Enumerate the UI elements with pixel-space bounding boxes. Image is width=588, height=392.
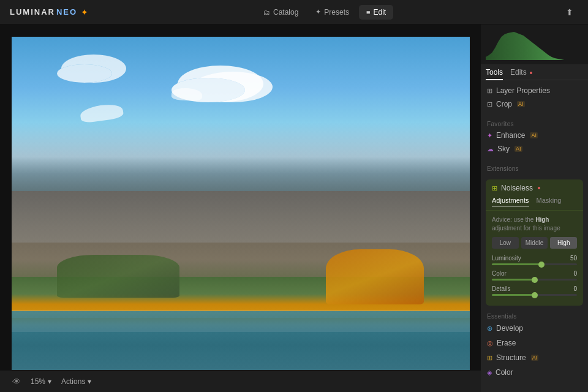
erase-item[interactable]: ◎ Erase [487, 336, 582, 350]
enhance-item[interactable]: ✦ Enhance AI [487, 129, 582, 142]
green-trees [57, 255, 179, 298]
color-slider[interactable] [492, 279, 577, 281]
layer-properties-section: ⊞ Layer Properties ⊡ Crop AI [481, 80, 588, 115]
histogram [481, 24, 588, 64]
luminosity-fill [492, 263, 541, 265]
histogram-bars [486, 29, 583, 60]
snow-cap-1 [79, 102, 124, 123]
level-high-button[interactable]: High [550, 237, 577, 249]
right-panel: Tools Edits ⊞ Layer Properties ⊡ Crop AI… [481, 24, 588, 392]
noiseless-card: ⊞ Noiseless Adjustments Masking Advice: … [486, 179, 583, 306]
details-thumb[interactable] [532, 292, 538, 298]
crop-icon: ⊡ [487, 100, 492, 108]
layer-properties-icon: ⊞ [487, 87, 492, 95]
color-item[interactable]: ◈ Color [487, 365, 582, 380]
logo-star-icon: ✦ [81, 7, 88, 17]
noiseless-body: Advice: use the High adjustment for this… [486, 211, 583, 306]
luminosity-slider[interactable] [492, 263, 577, 265]
level-middle-button[interactable]: Middle [521, 237, 548, 249]
sky-icon: ☁ [487, 145, 494, 153]
crop-item[interactable]: ⊡ Crop AI [487, 97, 582, 111]
logo-text: LUMINARNEO [10, 7, 77, 17]
develop-icon: ⊛ [487, 325, 492, 333]
svg-marker-0 [486, 32, 583, 60]
bottom-bar: 👁 15% ▾ Actions ▾ [0, 370, 481, 392]
sky-ai-badge: AI [514, 146, 522, 152]
eye-icon[interactable]: 👁 [12, 377, 21, 386]
details-slider[interactable] [492, 294, 577, 296]
noiseless-tab-adjustments[interactable]: Adjustments [492, 197, 529, 206]
tab-catalog[interactable]: 🗂 Catalog [256, 5, 306, 20]
color-icon: ◈ [487, 369, 492, 377]
details-slider-row: Details 0 [492, 285, 577, 296]
edits-dot [530, 72, 532, 74]
tab-presets[interactable]: ✦ Presets [308, 5, 356, 20]
level-low-button[interactable]: Low [492, 237, 519, 249]
color-fill [492, 279, 535, 281]
catalog-icon: 🗂 [263, 9, 270, 16]
panel-tabs: Tools Edits [481, 64, 588, 80]
top-nav: LUMINARNEO ✦ 🗂 Catalog ✦ Presets ≡ Edit … [0, 0, 588, 24]
noiseless-dot [538, 187, 540, 189]
level-buttons: Low Middle High [492, 237, 577, 249]
layer-properties-item[interactable]: ⊞ Layer Properties [487, 84, 582, 97]
zoom-indicator[interactable]: 15% ▾ [31, 377, 51, 386]
favorites-section: Favorites ✦ Enhance AI ☁ Sky AI [481, 115, 588, 159]
luminosity-thumb[interactable] [538, 262, 545, 268]
mountain-photo [12, 37, 470, 380]
share-button[interactable]: ⬆ [561, 4, 578, 21]
edit-icon: ≡ [366, 9, 370, 16]
noiseless-icon: ⊞ [492, 184, 497, 192]
essentials-section: Essentials ⊛ Develop ◎ Erase ⊞ Structure… [481, 308, 588, 382]
luminosity-slider-row: Luminosity 50 [492, 255, 577, 265]
favorites-label: Favorites [487, 118, 582, 129]
tab-tools[interactable]: Tools [486, 68, 503, 80]
cloud-2 [57, 64, 112, 83]
advice-text: Advice: use the High adjustment for this… [492, 216, 577, 233]
nav-tabs: 🗂 Catalog ✦ Presets ≡ Edit [256, 5, 393, 20]
erase-icon: ◎ [487, 339, 493, 347]
orange-trees [326, 249, 424, 304]
structure-item[interactable]: ⊞ Structure AI [487, 350, 582, 365]
photo-area: 👁 15% ▾ Actions ▾ [0, 24, 481, 392]
actions-button[interactable]: Actions ▾ [61, 377, 91, 386]
noiseless-tab-masking[interactable]: Masking [537, 197, 562, 206]
develop-item[interactable]: ⊛ Develop [487, 321, 582, 336]
presets-icon: ✦ [315, 8, 321, 16]
tab-edits[interactable]: Edits [510, 68, 532, 80]
crop-ai-badge: AI [517, 101, 525, 107]
photo-canvas [12, 37, 470, 380]
tab-edit[interactable]: ≡ Edit [359, 5, 393, 20]
noiseless-header[interactable]: ⊞ Noiseless [486, 179, 583, 197]
enhance-icon: ✦ [487, 132, 492, 140]
app-logo: LUMINARNEO ✦ [10, 7, 88, 17]
extensions-section: Extensions [481, 159, 588, 177]
noiseless-tabs: Adjustments Masking [486, 197, 583, 211]
nav-right: ⬆ [561, 4, 578, 21]
color-slider-row: Color 0 [492, 270, 577, 281]
extensions-label: Extensions [487, 163, 582, 173]
essentials-label: Essentials [487, 311, 582, 321]
details-fill [492, 294, 535, 296]
main-content: 👁 15% ▾ Actions ▾ [0, 24, 588, 392]
structure-ai-badge: AI [531, 355, 539, 361]
enhance-ai-badge: AI [530, 132, 538, 138]
structure-icon: ⊞ [487, 354, 492, 362]
color-thumb[interactable] [532, 277, 538, 283]
sky-item[interactable]: ☁ Sky AI [487, 142, 582, 156]
